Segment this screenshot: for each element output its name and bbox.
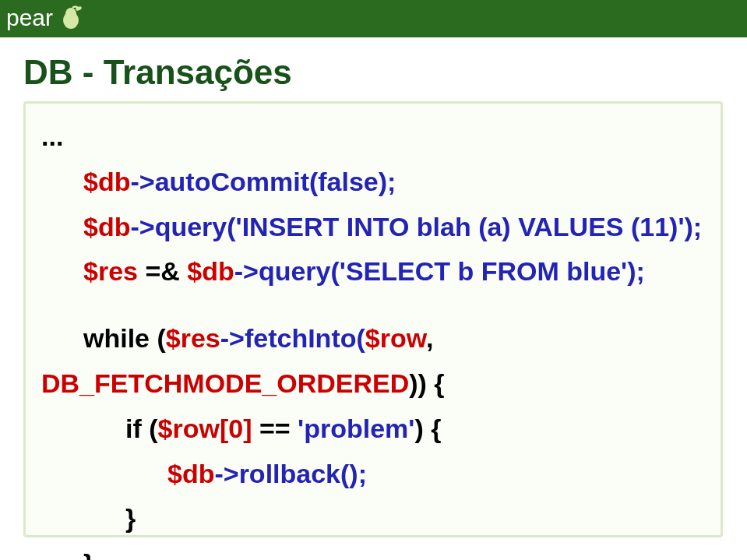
method: ->fetchInto( bbox=[220, 323, 365, 353]
code-line: } bbox=[41, 541, 705, 560]
code-line: $db->rollback(); bbox=[41, 452, 705, 497]
svg-point-1 bbox=[65, 8, 76, 20]
logo-text: pear bbox=[6, 5, 53, 31]
var-row: $row bbox=[365, 323, 426, 353]
var-res: $res bbox=[83, 256, 138, 286]
brace: } bbox=[125, 503, 136, 533]
method: ->query('SELECT b FROM blue'); bbox=[234, 256, 645, 286]
brace: } bbox=[83, 548, 93, 560]
eq: == bbox=[252, 414, 298, 443]
code-line: if ($row[0] == 'problem') { bbox=[41, 407, 705, 452]
slide-title: DB - Transações bbox=[23, 53, 292, 92]
content-frame: ... $db->autoCommit(false); $db->query('… bbox=[23, 101, 723, 537]
close: ) { bbox=[414, 414, 441, 443]
header-bar: pear bbox=[0, 0, 747, 37]
code-line: ... bbox=[41, 114, 705, 160]
method: ->query('INSERT INTO blah (a) VALUES (11… bbox=[130, 212, 702, 241]
const: DB_FETCHMODE_ORDERED bbox=[41, 368, 409, 398]
tail: )) { bbox=[409, 368, 444, 398]
code-line: while ($res->fetchInto($row, bbox=[41, 316, 705, 361]
kw-if: if ( bbox=[125, 414, 158, 443]
var-db: $db bbox=[167, 459, 214, 488]
code-line: DB_FETCHMODE_ORDERED)) { bbox=[41, 361, 705, 407]
var-res: $res bbox=[166, 323, 220, 353]
code-line: $res =& $db->query('SELECT b FROM blue')… bbox=[41, 249, 705, 294]
string: 'problem' bbox=[298, 414, 414, 443]
pear-icon bbox=[58, 3, 85, 33]
var-db: $db bbox=[83, 167, 130, 196]
code-line: $db->autoCommit(false); bbox=[41, 160, 705, 205]
kw-while: while ( bbox=[83, 323, 166, 353]
code-line: $db->query('INSERT INTO blah (a) VALUES … bbox=[41, 205, 705, 250]
method: ->autoCommit(false); bbox=[130, 167, 396, 196]
ellipsis: ... bbox=[41, 122, 63, 151]
var-db: $db bbox=[187, 256, 234, 286]
code-line: } bbox=[41, 496, 705, 541]
var-row: $row[0] bbox=[158, 414, 252, 443]
pear-logo: pear bbox=[6, 3, 85, 33]
var-db: $db bbox=[83, 212, 130, 241]
method: ->rollback(); bbox=[214, 459, 367, 488]
close: , bbox=[426, 323, 433, 353]
code-block: ... $db->autoCommit(false); $db->query('… bbox=[41, 114, 705, 560]
eq: =& bbox=[138, 256, 187, 286]
slide: pear DB - Transações ... $db->autoCommit… bbox=[0, 0, 747, 560]
